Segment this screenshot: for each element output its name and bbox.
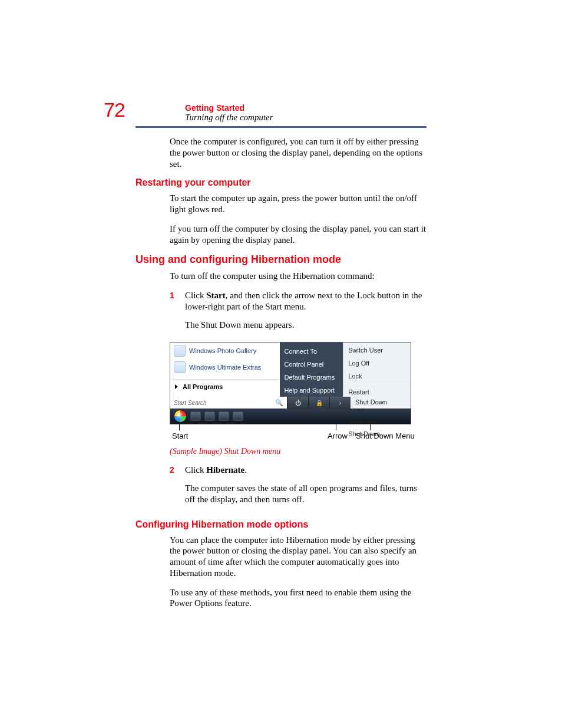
step-2-bold: Hibernate — [206, 465, 244, 475]
config-p2: To use any of these methods, you first n… — [170, 587, 427, 610]
shutdown-label: Shut Down — [351, 397, 411, 409]
header-rule — [135, 126, 427, 128]
section-subtitle: Turning off the computer — [185, 113, 427, 123]
menu-item-help-support[interactable]: Help and Support — [280, 384, 343, 397]
page-number: 72 — [104, 98, 125, 121]
submenu-log-off[interactable]: Log Off — [343, 357, 411, 370]
menu-item-photo-gallery[interactable]: Windows Photo Gallery — [170, 342, 280, 359]
all-programs[interactable]: All Programs — [170, 379, 280, 394]
submenu-lock[interactable]: Lock — [343, 370, 411, 383]
menu-item-control-panel[interactable]: Control Panel — [280, 358, 343, 371]
step-2-text-a: Click — [185, 465, 206, 475]
hibernate-intro: To turn off the computer using the Hiber… — [170, 271, 427, 282]
chevron-right-icon: › — [339, 400, 341, 406]
menu-item-label: Windows Ultimate Extras — [189, 364, 261, 371]
ultimate-extras-icon — [174, 361, 186, 373]
step-1-number: 1 — [170, 290, 185, 337]
menu-item-label: Windows Photo Gallery — [189, 347, 256, 354]
page-header: 72 Getting Started Turning off the compu… — [135, 103, 427, 123]
start-menu-screenshot: Windows Photo Gallery Windows Ultimate E… — [170, 342, 411, 424]
photo-gallery-icon — [174, 345, 186, 357]
menu-item-connect-to[interactable]: Connect To — [280, 345, 343, 358]
all-programs-label: All Programs — [183, 383, 223, 390]
start-menu-right-column: Connect To Control Panel Default Program… — [280, 342, 343, 397]
search-placeholder: Start Search — [174, 400, 207, 406]
start-search-input[interactable]: Start Search 🔍 — [170, 397, 287, 409]
step-2-p2: The computer saves the state of all open… — [185, 483, 427, 505]
step-2-number: 2 — [170, 465, 185, 512]
figure-caption: (Sample Image) Shut Down menu — [170, 447, 427, 456]
taskbar-icon[interactable] — [233, 411, 243, 421]
heading-hibernation: Using and configuring Hibernation mode — [135, 253, 427, 266]
page: 72 Getting Started Turning off the compu… — [0, 0, 562, 653]
submenu-switch-user[interactable]: Switch User — [343, 344, 411, 357]
lock-button[interactable]: 🔒 — [308, 397, 329, 409]
step-1-bold: Start — [206, 291, 226, 300]
shutdown-arrow-button[interactable]: › — [329, 397, 351, 409]
chapter-title: Getting Started — [185, 103, 427, 113]
power-button[interactable]: ⏻ — [287, 397, 308, 409]
figure-shutdown-menu: Windows Photo Gallery Windows Ultimate E… — [170, 342, 411, 444]
intro-paragraph: Once the computer is configured, you can… — [170, 136, 427, 169]
callout-line — [336, 424, 336, 430]
search-icon: 🔍 — [275, 399, 283, 407]
power-icon: ⏻ — [295, 400, 301, 406]
start-button[interactable] — [174, 410, 187, 423]
step-1-p2: The Shut Down menu appears. — [185, 319, 427, 331]
start-menu-left-panel: Windows Photo Gallery Windows Ultimate E… — [170, 342, 280, 397]
restart-p1: To start the computer up again, press th… — [170, 193, 427, 215]
step-1: 1 Click Start, and then click the arrow … — [170, 290, 427, 337]
shutdown-submenu: Switch User Log Off Lock Restart Sleep H… — [343, 342, 411, 397]
callout-arrow: Arrow — [328, 431, 348, 440]
callout-line — [179, 424, 180, 430]
step-2-text-c: . — [244, 465, 247, 475]
arrow-right-icon — [175, 384, 178, 389]
menu-item-default-programs[interactable]: Default Programs — [280, 371, 343, 384]
step-1-body: Click Start, and then click the arrow ne… — [185, 290, 427, 337]
callout-start: Start — [172, 431, 188, 440]
step-2-body: Click Hibernate. The computer saves the … — [185, 465, 427, 512]
step-2: 2 Click Hibernate. The computer saves th… — [170, 465, 427, 512]
figure-callouts: Start Arrow Shut Down Menu — [170, 424, 411, 444]
taskbar-icon[interactable] — [204, 411, 215, 421]
callout-line — [370, 424, 371, 430]
restart-p2: If you turn off the computer by closing … — [170, 223, 427, 246]
callout-shutdown-menu: Shut Down Menu — [356, 431, 415, 440]
taskbar-icon[interactable] — [190, 411, 201, 421]
heading-config-hibernation: Configuring Hibernation mode options — [135, 519, 427, 530]
taskbar-icon[interactable] — [219, 411, 229, 421]
lock-icon: 🔒 — [316, 400, 323, 406]
submenu-separator — [343, 384, 411, 384]
heading-restart: Restarting your computer — [135, 177, 427, 188]
step-1-text-a: Click — [185, 291, 206, 300]
menu-item-ultimate-extras[interactable]: Windows Ultimate Extras — [170, 359, 280, 375]
config-p1: You can place the computer into Hibernat… — [170, 535, 427, 579]
